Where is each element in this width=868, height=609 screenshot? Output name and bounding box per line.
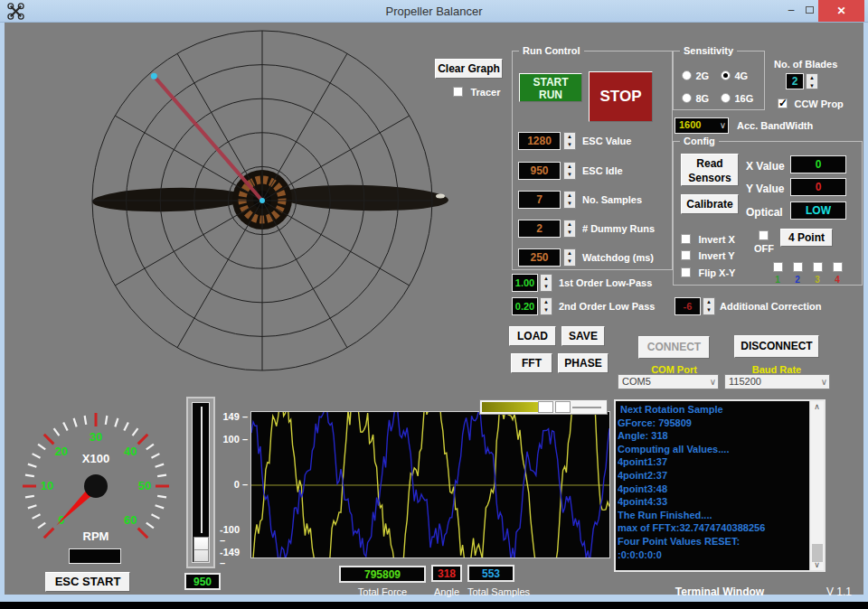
tracer-option[interactable]: Tracer: [453, 83, 500, 99]
invert-y-checkbox[interactable]: [681, 250, 691, 260]
spin-up-icon[interactable]: ▲: [564, 249, 575, 258]
spin-up-icon[interactable]: ▲: [541, 298, 552, 306]
scroll-down-icon[interactable]: ∨: [810, 560, 824, 569]
load-button[interactable]: LOAD: [509, 326, 556, 346]
lp1-input[interactable]: 1.00: [512, 274, 538, 292]
flip-xy-option[interactable]: Flip X-Y: [681, 264, 735, 280]
spin-up-icon[interactable]: ▲: [564, 133, 575, 141]
stop-button[interactable]: STOP: [589, 71, 653, 122]
chevron-down-icon[interactable]: ∨: [710, 375, 716, 389]
four-point-button[interactable]: 4 Point: [780, 229, 833, 247]
no-samples-spinner[interactable]: ▲▼: [563, 191, 576, 209]
read-sensors-button[interactable]: Read Sensors: [681, 154, 739, 186]
four-point-checkbox-3[interactable]: [813, 262, 823, 272]
radio-4g[interactable]: [721, 70, 731, 80]
baud-rate-select[interactable]: 115200 ∨: [724, 374, 830, 389]
ccw-prop-option[interactable]: CCW Prop: [778, 95, 844, 111]
radio-16g[interactable]: [721, 93, 731, 103]
close-button[interactable]: ✕: [818, 0, 864, 22]
sensitivity-option-16g[interactable]: 16G: [721, 89, 753, 106]
lp2-input[interactable]: 0.20: [512, 297, 538, 315]
sensitivity-option-8g[interactable]: 8G: [682, 89, 709, 106]
zoom-thumb[interactable]: [538, 401, 553, 413]
lp2-spinner[interactable]: ▲▼: [540, 297, 552, 315]
spin-up-icon[interactable]: ▲: [703, 298, 714, 306]
no-samples-input[interactable]: 7: [518, 191, 561, 209]
throttle-track[interactable]: [192, 402, 210, 563]
flip-xy-checkbox[interactable]: [681, 267, 691, 277]
terminal-line: The Run Finished....: [618, 509, 809, 522]
four-point-checkbox-4[interactable]: [833, 262, 843, 272]
zoom-thumb-2[interactable]: [555, 401, 571, 413]
no-of-blades-spinner[interactable]: ▲▼: [806, 73, 818, 89]
tracer-checkbox[interactable]: [453, 87, 463, 97]
radio-8g[interactable]: [682, 93, 692, 103]
spin-down-icon[interactable]: ▼: [807, 82, 817, 90]
esc-idle-input[interactable]: 950: [518, 162, 561, 180]
spin-down-icon[interactable]: ▼: [564, 141, 575, 149]
acc-bandwidth-label: Acc. BandWidth: [737, 120, 813, 131]
esc-value-input[interactable]: 1280: [518, 132, 561, 150]
angle-label: Angle: [431, 586, 462, 597]
terminal-line: GForce: 795809: [618, 417, 809, 430]
phase-button[interactable]: PHASE: [558, 353, 609, 373]
esc-idle-spinner[interactable]: ▲▼: [563, 162, 576, 180]
spin-down-icon[interactable]: ▼: [564, 200, 575, 208]
calibrate-button[interactable]: Calibrate: [681, 194, 739, 214]
chart-zoom-slider[interactable]: [479, 399, 608, 415]
spin-down-icon[interactable]: ▼: [703, 306, 714, 314]
spin-down-icon[interactable]: ▼: [541, 306, 552, 314]
sensitivity-option-2g[interactable]: 2G: [682, 67, 709, 83]
invert-x-option[interactable]: Invert X: [681, 230, 735, 247]
com-port-select[interactable]: COM5 ∨: [618, 374, 719, 389]
chart-y-axis: 149 –100 –0 –-100 –-149 –: [220, 411, 248, 558]
spin-up-icon[interactable]: ▲: [807, 74, 817, 82]
additional-correction-spinner[interactable]: ▲▼: [703, 297, 715, 315]
no-of-blades-row: 2 ▲▼: [786, 73, 840, 91]
radio-2g[interactable]: [682, 70, 692, 80]
lp1-spinner[interactable]: ▲▼: [540, 274, 552, 292]
spin-down-icon[interactable]: ▼: [564, 229, 575, 237]
esc-value-spinner[interactable]: ▲▼: [563, 132, 576, 150]
disconnect-button[interactable]: DISCONNECT: [734, 335, 819, 358]
four-point-checkbox-2[interactable]: [793, 262, 803, 272]
dummy-runs-spinner[interactable]: ▲▼: [563, 220, 576, 238]
clear-graph-button[interactable]: Clear Graph: [435, 59, 503, 79]
no-of-blades-input[interactable]: 2: [786, 73, 804, 89]
scroll-thumb[interactable]: [812, 544, 823, 562]
spin-down-icon[interactable]: ▼: [541, 283, 552, 291]
terminal-scrollbar[interactable]: ∧ ∨: [809, 401, 824, 570]
spin-up-icon[interactable]: ▲: [564, 192, 575, 200]
watchdog-input[interactable]: 250: [518, 248, 561, 267]
additional-correction-input[interactable]: -6: [675, 297, 701, 315]
chevron-down-icon[interactable]: ∨: [720, 118, 726, 132]
minimize-button[interactable]: –: [781, 0, 801, 22]
spin-up-icon[interactable]: ▲: [541, 275, 552, 283]
chevron-down-icon[interactable]: ∨: [821, 375, 827, 389]
spin-up-icon[interactable]: ▲: [564, 220, 575, 229]
dummy-runs-input[interactable]: 2: [518, 220, 561, 238]
terminal-text-area[interactable]: Next Rotation SampleGForce: 795809Angle:…: [618, 403, 809, 568]
sensitivity-option-4g[interactable]: 4G: [721, 67, 748, 83]
ccw-prop-checkbox[interactable]: [778, 98, 788, 108]
throttle-thumb[interactable]: [193, 537, 209, 562]
esc-start-button[interactable]: ESC START: [45, 572, 130, 592]
spin-up-icon[interactable]: ▲: [564, 163, 575, 171]
spin-down-icon[interactable]: ▼: [564, 258, 575, 266]
connect-button[interactable]: CONNECT: [638, 336, 710, 359]
four-point-checkbox-1[interactable]: [773, 262, 783, 272]
spin-down-icon[interactable]: ▼: [564, 171, 575, 179]
watchdog-spinner[interactable]: ▲▼: [563, 248, 576, 267]
acc-bandwidth-select[interactable]: 1600 ∨: [675, 117, 729, 134]
esc-idle-label: ESC Idle: [582, 165, 623, 176]
off-checkbox[interactable]: [759, 230, 769, 240]
terminal-line: Computing all Values....: [618, 443, 809, 456]
invert-x-checkbox[interactable]: [681, 234, 691, 244]
fft-button[interactable]: FFT: [511, 353, 552, 373]
invert-y-option[interactable]: Invert Y: [681, 247, 735, 263]
maximize-button[interactable]: [799, 0, 819, 22]
start-run-button[interactable]: START RUN: [519, 73, 582, 102]
throttle-slider[interactable]: [186, 397, 215, 568]
save-button[interactable]: SAVE: [561, 326, 605, 346]
scroll-up-icon[interactable]: ∧: [810, 402, 824, 411]
